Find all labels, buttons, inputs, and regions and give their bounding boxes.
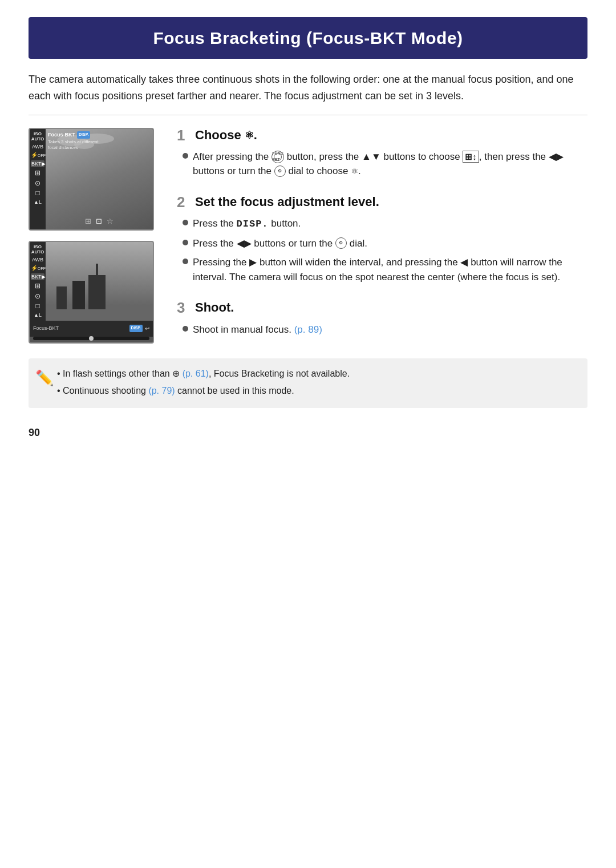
bottom-bar-right: DISP. ↩ — [129, 324, 149, 333]
flash-link[interactable]: (p. 61) — [183, 369, 209, 378]
disp-badge-2: DISP. — [129, 325, 143, 332]
step-1-bullets: After pressing the FUNCSET button, press… — [183, 150, 587, 179]
bracket-icon-1: ⊞ — [85, 216, 91, 227]
dial-icon-2: ⚙ — [335, 237, 347, 249]
note-box: ✏️ • In flash settings other than ⊕ (p. … — [29, 358, 587, 408]
step-3-header: 3 Shoot. — [177, 300, 587, 315]
note-item-1: • In flash settings other than ⊕ (p. 61)… — [57, 366, 577, 381]
step-2-bullets: Press the DISP. button. Press the ◀▶ but… — [183, 216, 587, 284]
focus-bkt-bar-label: Focus-BKT — [33, 325, 59, 333]
building-shape — [88, 275, 106, 309]
bottom-icons-1: ⊞ ⊡ ☆ — [48, 216, 151, 227]
step-3-section: 3 Shoot. Shoot in manual focus. (p. 89) — [177, 300, 587, 337]
camera-screens-column: ISOAUTO AWB ⚡OFF BKT▶ ⊞ ⊙ □ ▲L — [29, 128, 160, 353]
screen-2-inner: ISOAUTO AWB ⚡OFF BKT▶ ⊞ ⊙ □ ▲L — [30, 242, 153, 321]
bkt-icon: BKT▶ — [31, 160, 44, 168]
step-2-bullet-1: Press the DISP. button. — [183, 216, 587, 232]
focus-bkt-desc: Takes 3 shots at different focal distanc… — [48, 139, 99, 151]
iso-icon-2: ISOAUTO — [31, 244, 44, 255]
slider-indicator — [89, 336, 94, 341]
intro-text: The camera automatically takes three con… — [29, 71, 587, 115]
note-item-2: • Continuous shooting (p. 79) cannot be … — [57, 383, 577, 398]
continuous-link[interactable]: (p. 79) — [148, 386, 175, 395]
step-3-bullet-1-text: Shoot in manual focus. (p. 89) — [193, 322, 322, 337]
bracket-icon-3: ☆ — [107, 216, 114, 227]
func-set-btn: FUNCSET — [271, 151, 284, 163]
bullet-dot-2a — [183, 220, 188, 225]
return-icon: ↩ — [145, 324, 149, 333]
iso-icon: ISOAUTO — [31, 131, 44, 142]
square-icon-2: □ — [31, 302, 44, 310]
sky-scene-2 — [46, 242, 153, 321]
step-2-bullet-2-text: Press the ◀▶ buttons or turn the ⚙ dial. — [193, 236, 367, 251]
circle-icon: ⊙ — [31, 179, 44, 187]
main-content: ISOAUTO AWB ⚡OFF BKT▶ ⊞ ⊙ □ ▲L — [29, 128, 587, 353]
step-1-bullet-1-text: After pressing the FUNCSET button, press… — [193, 150, 587, 179]
building-left — [56, 286, 67, 309]
step-2-bullet-3-text: Pressing the ▶ button will widen the int… — [193, 255, 587, 284]
step-3-bullets: Shoot in manual focus. (p. 89) — [183, 322, 587, 337]
desc-line1: Takes 3 shots at different — [48, 139, 99, 144]
awb-icon-2: AWB — [31, 257, 44, 263]
bullet-dot-1 — [183, 153, 188, 159]
step-2-bullet-1-text: Press the DISP. button. — [193, 216, 301, 232]
grid-icon: ⊞ — [31, 169, 44, 177]
step-3-title: Shoot. — [195, 300, 234, 315]
step-2-number: 2 — [177, 195, 189, 209]
step-2-header: 2 Set the focus adjustment level. — [177, 195, 587, 209]
flash-off-icon-2: ⚡OFF — [31, 265, 44, 272]
desc-line2: focal distances — [48, 145, 78, 150]
screen-1-inner: ISOAUTO AWB ⚡OFF BKT▶ ⊞ ⊙ □ ▲L — [30, 129, 153, 229]
step-1-title: Choose ⚛. — [195, 128, 257, 143]
dial-icon-1: ⚙ — [274, 165, 286, 177]
building-mid — [72, 281, 85, 309]
step-2-title: Set the focus adjustment level. — [195, 195, 379, 209]
camera-screen-1: ISOAUTO AWB ⚡OFF BKT▶ ⊞ ⊙ □ ▲L — [29, 128, 154, 231]
screen-2-sidebar: ISOAUTO AWB ⚡OFF BKT▶ ⊞ ⊙ □ ▲L — [30, 242, 46, 321]
step-1-header: 1 Choose ⚛. — [177, 128, 587, 143]
awb-icon: AWB — [31, 144, 44, 150]
bullet-dot-2c — [183, 259, 188, 264]
focus-bkt-label-1: Focus-BKT DISP. — [48, 131, 90, 139]
camera-bottom-bar: Focus-BKT DISP. ↩ — [30, 321, 153, 337]
note-pencil-icon: ✏️ — [35, 366, 54, 390]
flash-symbol: ⊕ — [172, 369, 180, 378]
circle-icon-2: ⊙ — [31, 292, 44, 300]
bullet-dot-3 — [183, 326, 188, 332]
page-title: Focus Bracketing (Focus-BKT Mode) — [29, 17, 587, 59]
bkt-icon-2: BKT▶ — [31, 273, 44, 281]
step-2-bullet-3: Pressing the ▶ button will widen the int… — [183, 255, 587, 284]
step-3-number: 3 — [177, 300, 189, 315]
square-icon: □ — [31, 189, 44, 197]
bullet-dot-2b — [183, 240, 188, 245]
grid-icon-2: ⊞ — [31, 282, 44, 290]
slider-bar — [33, 337, 149, 340]
shoot-manual-link[interactable]: (p. 89) — [294, 324, 322, 335]
size-icon: ▲L — [31, 199, 44, 205]
page-number: 90 — [29, 425, 587, 441]
screen-1-main: Focus-BKT DISP. Takes 3 shots at differe… — [46, 129, 153, 229]
size-icon-2: ▲L — [31, 312, 44, 318]
screen-1-sidebar: ISOAUTO AWB ⚡OFF BKT▶ ⊞ ⊙ □ ▲L — [30, 129, 46, 229]
steps-column: 1 Choose ⚛. After pressing the FUNCSET b… — [177, 128, 587, 353]
flash-off-icon: ⚡OFF — [31, 152, 44, 159]
step-1-bullet-1: After pressing the FUNCSET button, press… — [183, 150, 587, 179]
bracket-icon-2: ⊡ — [96, 216, 102, 227]
step-3-bullet-1: Shoot in manual focus. (p. 89) — [183, 322, 587, 337]
focus-bkt-text-1: Focus-BKT — [48, 131, 75, 139]
step-2-section: 2 Set the focus adjustment level. Press … — [177, 195, 587, 284]
step-1-section: 1 Choose ⚛. After pressing the FUNCSET b… — [177, 128, 587, 179]
camera-screen-2: ISOAUTO AWB ⚡OFF BKT▶ ⊞ ⊙ □ ▲L — [29, 241, 154, 344]
disp-text-1: DISP. — [237, 219, 269, 229]
step-1-number: 1 — [177, 128, 189, 143]
disp-badge-1: DISP. — [77, 131, 90, 139]
step-2-bullet-2: Press the ◀▶ buttons or turn the ⚙ dial. — [183, 236, 587, 251]
